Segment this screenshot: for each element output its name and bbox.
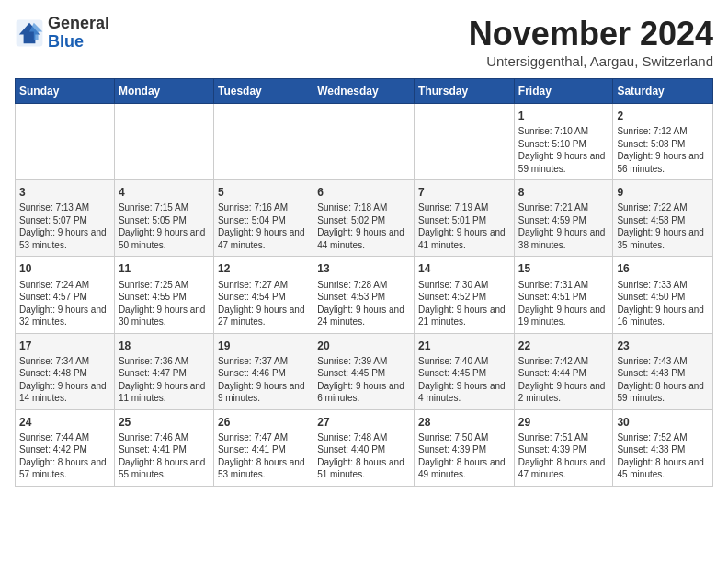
calendar-cell: 2Sunrise: 7:12 AM Sunset: 5:08 PM Daylig… — [613, 104, 713, 180]
location-subtitle: Untersiggenthal, Aargau, Switzerland — [469, 53, 713, 69]
calendar-cell: 15Sunrise: 7:31 AM Sunset: 4:51 PM Dayli… — [514, 257, 613, 333]
day-number: 4 — [119, 185, 210, 200]
day-number: 6 — [317, 185, 410, 200]
calendar-cell: 25Sunrise: 7:46 AM Sunset: 4:41 PM Dayli… — [114, 409, 213, 486]
calendar-cell: 23Sunrise: 7:43 AM Sunset: 4:43 PM Dayli… — [613, 333, 713, 409]
day-info: Sunrise: 7:44 AM Sunset: 4:42 PM Dayligh… — [19, 431, 110, 481]
day-number: 27 — [317, 415, 410, 430]
day-number: 11 — [119, 261, 210, 276]
day-info: Sunrise: 7:19 AM Sunset: 5:01 PM Dayligh… — [418, 201, 510, 251]
day-info: Sunrise: 7:24 AM Sunset: 4:57 PM Dayligh… — [19, 279, 110, 328]
calendar-cell: 13Sunrise: 7:28 AM Sunset: 4:53 PM Dayli… — [313, 257, 415, 333]
day-number: 30 — [617, 415, 709, 430]
day-info: Sunrise: 7:27 AM Sunset: 4:54 PM Dayligh… — [218, 279, 309, 328]
day-number: 7 — [418, 185, 510, 200]
calendar-cell: 8Sunrise: 7:21 AM Sunset: 4:59 PM Daylig… — [514, 180, 613, 257]
day-number: 28 — [418, 415, 510, 430]
calendar-week-row: 10Sunrise: 7:24 AM Sunset: 4:57 PM Dayli… — [16, 257, 713, 333]
day-number: 23 — [617, 339, 709, 353]
calendar-cell — [114, 104, 213, 180]
calendar-cell: 21Sunrise: 7:40 AM Sunset: 4:45 PM Dayli… — [415, 333, 515, 409]
header-sunday: Sunday — [16, 79, 115, 104]
calendar-cell: 5Sunrise: 7:16 AM Sunset: 5:04 PM Daylig… — [213, 180, 313, 257]
day-number: 20 — [317, 339, 410, 353]
day-info: Sunrise: 7:22 AM Sunset: 4:58 PM Dayligh… — [617, 201, 709, 251]
day-info: Sunrise: 7:40 AM Sunset: 4:45 PM Dayligh… — [418, 355, 510, 405]
day-info: Sunrise: 7:46 AM Sunset: 4:41 PM Dayligh… — [119, 431, 210, 481]
calendar-cell: 3Sunrise: 7:13 AM Sunset: 5:07 PM Daylig… — [16, 180, 115, 257]
calendar-cell: 9Sunrise: 7:22 AM Sunset: 4:58 PM Daylig… — [613, 180, 713, 257]
calendar-cell: 10Sunrise: 7:24 AM Sunset: 4:57 PM Dayli… — [16, 257, 115, 333]
day-info: Sunrise: 7:25 AM Sunset: 4:55 PM Dayligh… — [119, 279, 210, 328]
calendar-cell: 1Sunrise: 7:10 AM Sunset: 5:10 PM Daylig… — [514, 104, 613, 180]
day-number: 24 — [19, 415, 110, 430]
calendar-cell: 29Sunrise: 7:51 AM Sunset: 4:39 PM Dayli… — [514, 409, 613, 486]
day-info: Sunrise: 7:21 AM Sunset: 4:59 PM Dayligh… — [518, 201, 609, 251]
calendar-cell: 6Sunrise: 7:18 AM Sunset: 5:02 PM Daylig… — [313, 180, 415, 257]
header-tuesday: Tuesday — [213, 79, 313, 104]
day-info: Sunrise: 7:36 AM Sunset: 4:47 PM Dayligh… — [119, 355, 210, 405]
calendar-cell: 4Sunrise: 7:15 AM Sunset: 5:05 PM Daylig… — [114, 180, 213, 257]
calendar-cell: 19Sunrise: 7:37 AM Sunset: 4:46 PM Dayli… — [213, 333, 313, 409]
calendar-week-row: 17Sunrise: 7:34 AM Sunset: 4:48 PM Dayli… — [16, 333, 713, 409]
calendar-cell: 12Sunrise: 7:27 AM Sunset: 4:54 PM Dayli… — [213, 257, 313, 333]
day-number: 29 — [518, 415, 609, 430]
day-number: 18 — [119, 339, 210, 353]
calendar-cell: 20Sunrise: 7:39 AM Sunset: 4:45 PM Dayli… — [313, 333, 415, 409]
day-number: 25 — [119, 415, 210, 430]
calendar-cell — [415, 104, 515, 180]
day-info: Sunrise: 7:51 AM Sunset: 4:39 PM Dayligh… — [518, 431, 609, 481]
day-info: Sunrise: 7:31 AM Sunset: 4:51 PM Dayligh… — [518, 279, 609, 328]
calendar-cell: 17Sunrise: 7:34 AM Sunset: 4:48 PM Dayli… — [16, 333, 115, 409]
calendar-cell: 27Sunrise: 7:48 AM Sunset: 4:40 PM Dayli… — [313, 409, 415, 486]
calendar-week-row: 1Sunrise: 7:10 AM Sunset: 5:10 PM Daylig… — [16, 104, 713, 180]
calendar-cell: 14Sunrise: 7:30 AM Sunset: 4:52 PM Dayli… — [415, 257, 515, 333]
day-number: 5 — [218, 185, 309, 200]
day-info: Sunrise: 7:30 AM Sunset: 4:52 PM Dayligh… — [418, 279, 510, 328]
calendar-header-row: SundayMondayTuesdayWednesdayThursdayFrid… — [16, 79, 713, 104]
day-info: Sunrise: 7:39 AM Sunset: 4:45 PM Dayligh… — [317, 355, 410, 405]
day-number: 13 — [317, 261, 410, 276]
logo: GeneralBlue — [15, 15, 109, 52]
calendar-cell: 28Sunrise: 7:50 AM Sunset: 4:39 PM Dayli… — [415, 409, 515, 486]
day-number: 26 — [218, 415, 309, 430]
day-number: 17 — [19, 339, 110, 353]
day-number: 1 — [518, 109, 609, 123]
day-number: 8 — [518, 185, 609, 200]
calendar-cell: 22Sunrise: 7:42 AM Sunset: 4:44 PM Dayli… — [514, 333, 613, 409]
day-info: Sunrise: 7:16 AM Sunset: 5:04 PM Dayligh… — [218, 201, 309, 251]
day-number: 21 — [418, 339, 510, 353]
calendar-cell: 18Sunrise: 7:36 AM Sunset: 4:47 PM Dayli… — [114, 333, 213, 409]
calendar-cell: 30Sunrise: 7:52 AM Sunset: 4:38 PM Dayli… — [613, 409, 713, 486]
calendar-week-row: 3Sunrise: 7:13 AM Sunset: 5:07 PM Daylig… — [16, 180, 713, 257]
day-info: Sunrise: 7:48 AM Sunset: 4:40 PM Dayligh… — [317, 431, 410, 481]
calendar-cell — [313, 104, 415, 180]
day-info: Sunrise: 7:52 AM Sunset: 4:38 PM Dayligh… — [617, 431, 709, 481]
day-number: 2 — [617, 109, 709, 123]
calendar-week-row: 24Sunrise: 7:44 AM Sunset: 4:42 PM Dayli… — [16, 409, 713, 486]
month-title: November 2024 — [469, 15, 713, 53]
day-number: 3 — [19, 185, 110, 200]
calendar-table: SundayMondayTuesdayWednesdayThursdayFrid… — [15, 78, 713, 487]
page-header: GeneralBlue November 2024 Untersiggentha… — [15, 15, 713, 69]
day-info: Sunrise: 7:37 AM Sunset: 4:46 PM Dayligh… — [218, 355, 309, 405]
day-info: Sunrise: 7:10 AM Sunset: 5:10 PM Dayligh… — [518, 125, 609, 175]
calendar-cell — [213, 104, 313, 180]
day-number: 15 — [518, 261, 609, 276]
calendar-cell: 7Sunrise: 7:19 AM Sunset: 5:01 PM Daylig… — [415, 180, 515, 257]
day-info: Sunrise: 7:12 AM Sunset: 5:08 PM Dayligh… — [617, 125, 709, 175]
day-info: Sunrise: 7:47 AM Sunset: 4:41 PM Dayligh… — [218, 431, 309, 481]
day-info: Sunrise: 7:18 AM Sunset: 5:02 PM Dayligh… — [317, 201, 410, 251]
calendar-cell: 24Sunrise: 7:44 AM Sunset: 4:42 PM Dayli… — [16, 409, 115, 486]
day-info: Sunrise: 7:28 AM Sunset: 4:53 PM Dayligh… — [317, 279, 410, 328]
day-info: Sunrise: 7:42 AM Sunset: 4:44 PM Dayligh… — [518, 355, 609, 405]
day-number: 16 — [617, 261, 709, 276]
day-number: 9 — [617, 185, 709, 200]
day-number: 10 — [19, 261, 110, 276]
day-number: 14 — [418, 261, 510, 276]
calendar-cell: 26Sunrise: 7:47 AM Sunset: 4:41 PM Dayli… — [213, 409, 313, 486]
logo-icon — [15, 18, 44, 48]
title-block: November 2024 Untersiggenthal, Aargau, S… — [469, 15, 713, 69]
header-wednesday: Wednesday — [313, 79, 415, 104]
day-info: Sunrise: 7:34 AM Sunset: 4:48 PM Dayligh… — [19, 355, 110, 405]
